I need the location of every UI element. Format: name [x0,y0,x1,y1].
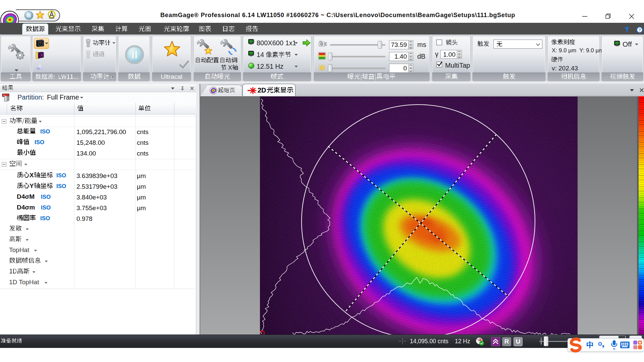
svg-text:?: ? [638,27,641,33]
